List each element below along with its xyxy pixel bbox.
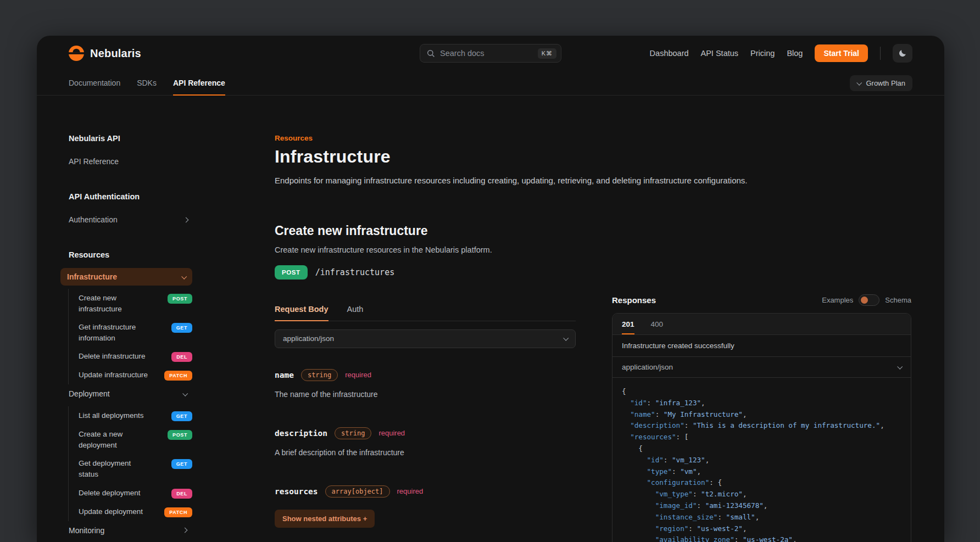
brand[interactable]: Nebularis — [69, 46, 141, 61]
search-box[interactable]: K⌘ — [420, 44, 561, 63]
sidebar-item-authentication[interactable]: Authentication — [60, 215, 192, 224]
param-description-field: description string required A brief desc… — [275, 427, 576, 457]
endpoint-label: Delete infrastructure — [79, 351, 151, 362]
operation-subtitle: Create new infrastructure resources in t… — [275, 245, 576, 254]
endpoint-label: Update deployment — [79, 506, 151, 517]
app-window: Nebularis K⌘ Dashboard API Status Pricin… — [37, 36, 944, 542]
param-required-flag: required — [397, 487, 424, 495]
nav-link-api-status[interactable]: API Status — [701, 49, 739, 58]
param-description: The name of the infrastructure — [275, 390, 576, 399]
header-links: Dashboard API Status Pricing Blog Start … — [650, 44, 912, 63]
plan-label: Growth Plan — [866, 79, 905, 87]
chevron-down-icon — [897, 364, 903, 370]
sidebar-heading-nebularis-api: Nebularis API — [60, 134, 192, 143]
response-content-type-value: application/json — [622, 363, 673, 371]
sidebar-endpoint-item[interactable]: Get infrastructure information GET — [79, 318, 192, 347]
page-title: Infrastructure — [275, 147, 576, 167]
examples-label: Examples — [822, 296, 853, 304]
method-badge: PATCH — [164, 371, 192, 381]
examples-schema-toggle[interactable] — [859, 294, 879, 306]
method-badge: GET — [171, 323, 192, 333]
tab-auth[interactable]: Auth — [347, 305, 364, 321]
keyboard-shortcut-badge: K⌘ — [538, 48, 556, 59]
method-badge: PATCH — [164, 507, 192, 517]
sidebar-item-cost-management[interactable]: Cost Management — [60, 540, 192, 542]
start-trial-button[interactable]: Start Trial — [815, 44, 868, 62]
status-tab-400[interactable]: 400 — [651, 314, 664, 334]
method-badge: GET — [171, 459, 192, 469]
tab-request-body[interactable]: Request Body — [275, 305, 328, 321]
sidebar-item-monitoring[interactable]: Monitoring — [60, 521, 192, 540]
response-content-type-select[interactable]: application/json — [612, 357, 911, 378]
sidebar-item-label: API Reference — [69, 157, 119, 166]
method-badge: POST — [168, 430, 192, 440]
response-card: 201 400 Infrastructure created successfu… — [612, 313, 911, 542]
chevron-down-icon — [857, 80, 862, 85]
search-icon — [427, 49, 435, 58]
toggle-knob — [861, 297, 868, 304]
sidebar: Nebularis API API Reference API Authenti… — [60, 134, 192, 542]
nebularis-logo — [69, 46, 84, 61]
nav-link-blog[interactable]: Blog — [787, 49, 803, 58]
nav-link-dashboard[interactable]: Dashboard — [650, 49, 689, 58]
header-tabs-row: Documentation SDKs API Reference Growth … — [69, 71, 912, 95]
param-name-label: name — [275, 371, 294, 379]
sidebar-endpoint-item[interactable]: Update infrastructure PATCH — [79, 366, 192, 384]
header-divider — [880, 47, 881, 60]
moon-icon — [898, 49, 907, 58]
param-required-flag: required — [378, 429, 405, 437]
sidebar-endpoint-item[interactable]: List all deployments GET — [79, 406, 192, 425]
content-type-value: application/json — [283, 334, 334, 343]
endpoint-label: Create a new deployment — [79, 429, 151, 450]
sidebar-endpoint-item[interactable]: Create new infrastructure POST — [79, 289, 192, 318]
dark-mode-toggle[interactable] — [893, 44, 912, 63]
param-type-pill: string — [301, 369, 338, 381]
sidebar-endpoint-item[interactable]: Get deployment status GET — [79, 454, 192, 483]
sidebar-item-label: Deployment — [69, 389, 110, 398]
sidebar-heading-api-authentication: API Authentication — [60, 192, 192, 201]
brand-name: Nebularis — [90, 47, 141, 60]
endpoint-label: Get deployment status — [79, 458, 151, 479]
show-nested-attributes-button[interactable]: Show nested attributes + — [275, 510, 375, 528]
param-resources: resources array[object] required Show ne… — [275, 485, 576, 528]
content: Nebularis API API Reference API Authenti… — [37, 96, 944, 542]
endpoint-path: /infrastructures — [315, 267, 395, 277]
endpoint-label: Delete deployment — [79, 488, 151, 499]
sidebar-endpoint-item[interactable]: Delete infrastructure DEL — [79, 347, 192, 366]
chevron-down-icon — [563, 336, 569, 341]
response-code-block[interactable]: { "id": "infra_123", "name": "My Infrast… — [612, 378, 911, 542]
param-type-pill: string — [335, 427, 371, 439]
breadcrumb: Resources — [275, 134, 576, 142]
sidebar-item-infrastructure[interactable]: Infrastructure — [60, 268, 192, 286]
operation-title: Create new infrastructure — [275, 223, 576, 238]
plan-selector[interactable]: Growth Plan — [850, 75, 912, 91]
endpoint-row: POST /infrastructures — [275, 265, 576, 280]
sidebar-item-api-reference[interactable]: API Reference — [60, 157, 192, 166]
tab-documentation[interactable]: Documentation — [69, 71, 120, 95]
method-badge: GET — [171, 411, 192, 421]
sidebar-endpoint-item[interactable]: Update deployment PATCH — [79, 502, 192, 521]
sidebar-item-label: Monitoring — [69, 526, 104, 535]
sidebar-item-deployment[interactable]: Deployment — [60, 384, 192, 403]
param-description: A brief description of the infrastructur… — [275, 448, 576, 457]
endpoint-label: Get infrastructure information — [79, 322, 151, 343]
responses-title: Responses — [612, 295, 656, 305]
sidebar-endpoint-item[interactable]: Delete deployment DEL — [79, 484, 192, 502]
search-input[interactable] — [440, 49, 533, 58]
param-name-label: description — [275, 429, 327, 438]
endpoint-label: Create new infrastructure — [79, 293, 151, 314]
tab-sdks[interactable]: SDKs — [137, 71, 157, 95]
nav-link-pricing[interactable]: Pricing — [750, 49, 775, 58]
content-type-select[interactable]: application/json — [275, 329, 576, 348]
status-tab-201[interactable]: 201 — [622, 314, 634, 334]
response-message: Infrastructure created successfully — [612, 335, 911, 357]
chevron-right-icon — [182, 528, 188, 533]
method-badge: POST — [168, 294, 192, 304]
endpoint-label: Update infrastructure — [79, 370, 151, 381]
method-badge: DEL — [171, 352, 192, 362]
sidebar-item-label: Infrastructure — [67, 272, 117, 281]
chevron-down-icon — [181, 273, 187, 279]
sidebar-endpoint-item[interactable]: Create a new deployment POST — [79, 425, 192, 454]
schema-label: Schema — [885, 296, 911, 304]
tab-api-reference[interactable]: API Reference — [173, 71, 225, 95]
